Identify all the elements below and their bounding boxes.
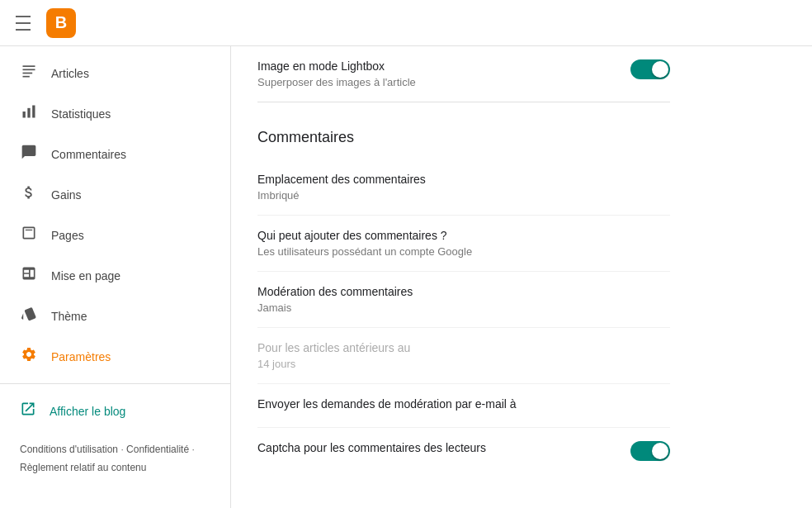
captcha-info: Captcha pour les commentaires des lecteu…	[257, 441, 617, 458]
sidebar-item-commentaires[interactable]: Commentaires	[0, 134, 224, 174]
settings-section: Image en mode Lightbox Superposer des im…	[257, 46, 670, 474]
privacy-link[interactable]: Confidentialité	[126, 444, 189, 455]
setting-row-articles-anterieurs: Pour les articles antérieurs au 14 jours	[257, 328, 670, 384]
lightbox-info: Image en mode Lightbox Superposer des im…	[257, 59, 617, 88]
sidebar-item-statistiques-label: Statistiques	[51, 107, 111, 121]
gains-icon	[20, 184, 38, 205]
moderation-value: Jamais	[257, 301, 670, 314]
captcha-toggle[interactable]	[630, 441, 670, 461]
parametres-icon	[20, 346, 38, 367]
moderation-title: Modération des commentaires	[257, 285, 670, 298]
menu-button[interactable]	[13, 13, 33, 33]
lightbox-row: Image en mode Lightbox Superposer des im…	[257, 46, 670, 102]
topbar: B	[0, 0, 812, 46]
lightbox-toggle[interactable]	[630, 59, 670, 79]
theme-icon	[20, 306, 38, 326]
setting-row-captcha: Captcha pour les commentaires des lecteu…	[257, 428, 670, 474]
moderation-info: Modération des commentaires Jamais	[257, 285, 670, 314]
emplacement-info: Emplacement des commentaires Imbriqué	[257, 173, 670, 202]
sidebar-item-gains-label: Gains	[51, 188, 82, 202]
articles-anterieurs-value: 14 jours	[257, 358, 670, 370]
sidebar-item-statistiques[interactable]: Statistiques	[0, 93, 224, 134]
comments-heading: Commentaires	[257, 109, 670, 159]
envoyer-demandes-title: Envoyer les demandes de modération par e…	[257, 397, 670, 411]
sidebar-item-pages-label: Pages	[51, 229, 84, 242]
svg-rect-5	[27, 108, 30, 118]
sidebar-item-gains[interactable]: Gains	[0, 174, 224, 215]
svg-rect-7	[26, 230, 32, 230]
captcha-title: Captcha pour les commentaires des lecteu…	[257, 441, 617, 454]
emplacement-title: Emplacement des commentaires	[257, 173, 670, 186]
footer-separator-2: ·	[191, 444, 194, 455]
articles-icon	[20, 63, 38, 83]
qui-peut-value: Les utilisateurs possédant un compte Goo…	[257, 245, 670, 258]
svg-rect-4	[23, 112, 26, 118]
layout: Articles Statistiques Commentaires Gains	[0, 46, 812, 508]
mise-en-page-icon	[20, 265, 38, 286]
svg-rect-1	[23, 69, 35, 71]
sidebar-item-parametres[interactable]: Paramètres	[0, 336, 224, 377]
main-content: Image en mode Lightbox Superposer des im…	[231, 46, 812, 508]
sidebar-item-mise-en-page-label: Mise en page	[51, 269, 120, 282]
sidebar-item-theme-label: Thème	[51, 310, 87, 323]
view-blog-button[interactable]: Afficher le blog	[0, 391, 230, 431]
captcha-toggle-thumb	[652, 443, 668, 459]
lightbox-toggle-thumb	[652, 61, 668, 78]
blogger-logo: B	[46, 8, 76, 38]
sidebar-item-commentaires-label: Commentaires	[51, 148, 126, 161]
svg-rect-0	[23, 65, 35, 67]
sidebar-item-theme[interactable]: Thème	[0, 296, 224, 336]
commentaires-icon	[20, 144, 38, 164]
sidebar-item-pages[interactable]: Pages	[0, 215, 224, 255]
lightbox-subtitle: Superposer des images à l'article	[257, 76, 617, 88]
content-link[interactable]: Règlement relatif au contenu	[20, 462, 146, 473]
sidebar-item-articles-label: Articles	[51, 67, 89, 80]
view-blog-icon	[20, 401, 36, 421]
view-blog-label: Afficher le blog	[50, 405, 125, 418]
sidebar: Articles Statistiques Commentaires Gains	[0, 46, 231, 508]
captcha-toggle-track[interactable]	[630, 441, 670, 461]
pages-icon	[20, 225, 38, 245]
qui-peut-info: Qui peut ajouter des commentaires ? Les …	[257, 229, 670, 258]
emplacement-value: Imbriqué	[257, 189, 670, 202]
sidebar-item-articles[interactable]: Articles	[0, 53, 224, 93]
sidebar-item-parametres-label: Paramètres	[51, 350, 111, 363]
lightbox-title: Image en mode Lightbox	[257, 59, 617, 73]
qui-peut-title: Qui peut ajouter des commentaires ?	[257, 229, 670, 242]
svg-rect-6	[32, 106, 35, 118]
setting-row-envoyer-demandes[interactable]: Envoyer les demandes de modération par e…	[257, 384, 670, 428]
articles-anterieurs-info: Pour les articles antérieurs au 14 jours	[257, 341, 670, 370]
articles-anterieurs-title: Pour les articles antérieurs au	[257, 341, 670, 354]
svg-rect-3	[23, 76, 30, 78]
sidebar-divider	[0, 383, 230, 384]
setting-row-moderation[interactable]: Modération des commentaires Jamais	[257, 272, 670, 328]
terms-link[interactable]: Conditions d'utilisation	[20, 444, 118, 455]
setting-row-qui-peut[interactable]: Qui peut ajouter des commentaires ? Les …	[257, 216, 670, 272]
setting-row-emplacement[interactable]: Emplacement des commentaires Imbriqué	[257, 159, 670, 216]
sidebar-item-mise-en-page[interactable]: Mise en page	[0, 255, 224, 296]
sidebar-footer: Conditions d'utilisation · Confidentiali…	[0, 431, 230, 487]
svg-rect-2	[23, 73, 33, 74]
envoyer-demandes-info: Envoyer les demandes de modération par e…	[257, 397, 670, 414]
statistiques-icon	[20, 103, 38, 124]
lightbox-toggle-track[interactable]	[630, 59, 670, 79]
